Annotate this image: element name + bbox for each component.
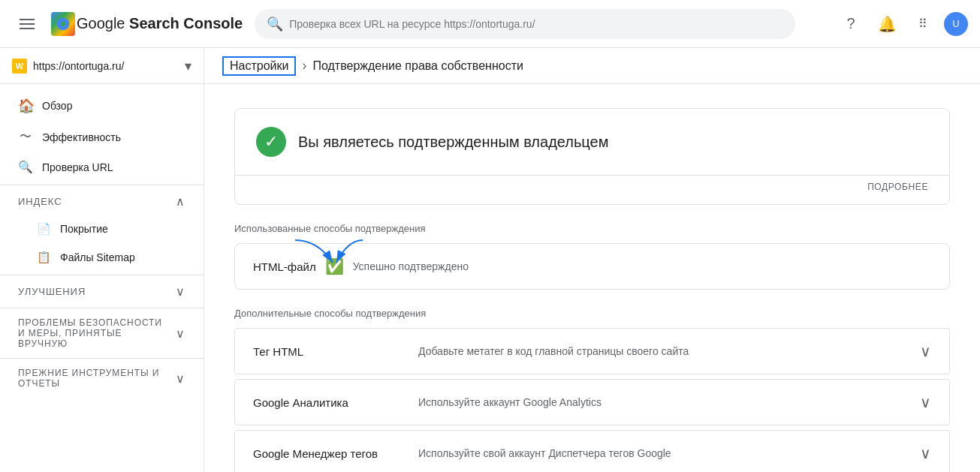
sidebar-section-enhancements-label: Улучшения: [18, 286, 170, 297]
check-circle-icon: ✓: [256, 127, 286, 157]
security-chevron-icon: ∨: [176, 326, 185, 341]
search-bar[interactable]: 🔍: [255, 9, 795, 39]
search-url-icon: 🔍: [18, 160, 33, 174]
additional-method-desc-0: Добавьте метатег в код главной страницы …: [418, 345, 920, 357]
hamburger-menu-button[interactable]: [12, 9, 42, 39]
apps-button[interactable]: ⠿: [908, 9, 938, 39]
top-nav: Google Search Console 🔍 ? 🔔 ⠿ U: [0, 0, 980, 48]
sitemaps-icon: 📋: [36, 251, 51, 264]
sidebar-divider-3: [0, 308, 204, 308]
additional-method-name-1: Google Аналитика: [253, 396, 418, 409]
sidebar-divider-1: [0, 185, 204, 185]
property-chevron-icon: ▾: [185, 58, 191, 74]
additional-methods-list: Тег HTML Добавьте метатег в код главной …: [234, 328, 950, 472]
property-icon: W: [12, 59, 27, 74]
bell-icon: 🔔: [878, 15, 897, 33]
sidebar-section-index[interactable]: Индекс ∧: [0, 188, 204, 215]
additional-method-desc-2: Используйте свой аккаунт Диспетчера тего…: [418, 447, 920, 459]
method-check-icon: ✅: [325, 257, 344, 275]
used-method-card: HTML-файл ✅ Успешно подтверждено: [234, 243, 950, 290]
sidebar-label-overview: Обзор: [42, 100, 72, 112]
grid-icon: ⠿: [918, 17, 928, 31]
sidebar-section-legacy[interactable]: Прежние инструменты и отчеты ∨: [0, 362, 204, 395]
additional-method-desc-1: Используйте аккаунт Google Analytics: [418, 396, 920, 408]
nav-right: ? 🔔 ⠿ U: [836, 9, 968, 39]
hamburger-icon: [14, 13, 41, 35]
brand-title: Google Search Console: [77, 15, 243, 32]
sidebar-item-coverage[interactable]: 📄 Покрытие: [0, 215, 204, 243]
additional-method-name-0: Тег HTML: [253, 345, 418, 358]
ownership-banner: ✓ Вы являетесь подтвержденным владельцем: [235, 109, 949, 175]
performance-icon: 〜: [18, 129, 33, 145]
sidebar-label-url-inspection: Проверка URL: [42, 161, 113, 173]
home-icon: 🏠: [18, 98, 33, 114]
enhancements-chevron-icon: ∨: [176, 284, 185, 299]
additional-method-row-0[interactable]: Тег HTML Добавьте метатег в код главной …: [234, 328, 950, 374]
sidebar-section-security-label: Проблемы безопасности и меры, принятые в…: [18, 317, 170, 349]
avatar[interactable]: U: [944, 12, 968, 36]
sidebar-label-sitemaps: Файлы Sitemap: [60, 251, 135, 263]
additional-method-row-1[interactable]: Google Аналитика Используйте аккаунт Goo…: [234, 379, 950, 425]
help-button[interactable]: ?: [836, 9, 866, 39]
ownership-details-row: ПОДРОБНЕЕ: [235, 175, 949, 204]
sidebar-section-legacy-label: Прежние инструменты и отчеты: [18, 368, 170, 389]
breadcrumb-separator: ›: [302, 58, 306, 74]
brand: Google Search Console: [51, 12, 243, 36]
sidebar-section-enhancements[interactable]: Улучшения ∨: [0, 278, 204, 305]
sidebar-item-overview[interactable]: 🏠 Обзор: [0, 90, 204, 122]
ownership-card: ✓ Вы являетесь подтвержденным владельцем…: [234, 108, 950, 205]
sidebar-item-performance[interactable]: 〜 Эффективность: [0, 122, 204, 152]
legacy-chevron-icon: ∨: [176, 371, 185, 386]
sidebar-divider-4: [0, 358, 204, 359]
additional-method-chevron-0: ∨: [920, 342, 931, 360]
layout: 🏠 Обзор 〜 Эффективность 🔍 Проверка URL И…: [0, 84, 980, 472]
sidebar-item-sitemaps[interactable]: 📋 Файлы Sitemap: [0, 243, 204, 272]
ownership-title: Вы являетесь подтвержденным владельцем: [298, 134, 608, 151]
breadcrumb: Настройки › Подтверждение права собствен…: [204, 56, 523, 76]
used-method-name: HTML-файл: [253, 260, 316, 273]
main-content: ✓ Вы являетесь подтвержденным владельцем…: [204, 84, 980, 472]
notifications-button[interactable]: 🔔: [872, 9, 902, 39]
property-bar: W https://ontortuga.ru/ ▾ Настройки › По…: [0, 48, 980, 84]
index-section-chevron-icon: ∧: [176, 194, 185, 209]
sidebar-section-security[interactable]: Проблемы безопасности и меры, принятые в…: [0, 311, 204, 355]
sidebar-divider-2: [0, 275, 204, 275]
sidebar-item-url-inspection[interactable]: 🔍 Проверка URL: [0, 152, 204, 182]
additional-method-chevron-2: ∨: [920, 444, 931, 462]
used-methods-label: Использованные способы подтверждения: [234, 223, 950, 234]
sidebar-label-performance: Эффективность: [42, 131, 121, 143]
used-method-status: Успешно подтверждено: [353, 260, 469, 272]
coverage-icon: 📄: [36, 222, 51, 236]
nav-left: Google Search Console: [12, 9, 243, 39]
additional-method-chevron-1: ∨: [920, 393, 931, 411]
additional-method-name-2: Google Менеджер тегов: [253, 447, 418, 460]
sidebar-section-index-label: Индекс: [18, 196, 170, 207]
property-selector[interactable]: W https://ontortuga.ru/ ▾: [0, 48, 204, 83]
brand-logo: [51, 12, 75, 36]
sidebar: 🏠 Обзор 〜 Эффективность 🔍 Проверка URL И…: [0, 84, 204, 472]
search-icon: 🔍: [267, 16, 283, 32]
additional-method-row-2[interactable]: Google Менеджер тегов Используйте свой а…: [234, 430, 950, 472]
settings-breadcrumb-link[interactable]: Настройки: [222, 56, 296, 76]
property-url: https://ontortuga.ru/: [33, 60, 179, 72]
additional-methods-label: Дополнительные способы подтверждения: [234, 308, 950, 319]
help-icon: ?: [846, 15, 855, 32]
breadcrumb-current-page: Подтверждение права собственности: [312, 59, 523, 73]
sidebar-label-coverage: Покрытие: [60, 223, 108, 235]
details-link[interactable]: ПОДРОБНЕЕ: [867, 182, 928, 192]
search-input[interactable]: [289, 18, 783, 30]
